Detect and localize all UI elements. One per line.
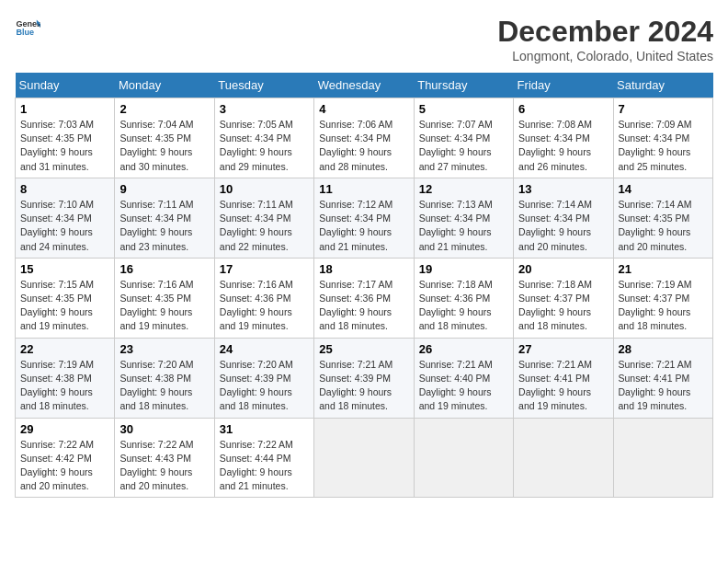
table-cell bbox=[314, 418, 414, 498]
table-cell: 23 Sunrise: 7:20 AMSunset: 4:38 PMDaylig… bbox=[115, 338, 214, 418]
day-number: 20 bbox=[518, 262, 608, 276]
col-sunday: Sunday bbox=[16, 73, 115, 98]
day-number: 5 bbox=[419, 102, 508, 116]
subtitle: Longmont, Colorado, United States bbox=[497, 49, 713, 63]
week-row-3: 15 Sunrise: 7:15 AMSunset: 4:35 PMDaylig… bbox=[16, 258, 713, 338]
table-cell: 24 Sunrise: 7:20 AMSunset: 4:39 PMDaylig… bbox=[214, 338, 313, 418]
table-cell bbox=[613, 418, 712, 498]
table-cell: 7 Sunrise: 7:09 AMSunset: 4:34 PMDayligh… bbox=[613, 98, 712, 178]
table-cell: 25 Sunrise: 7:21 AMSunset: 4:39 PMDaylig… bbox=[314, 338, 414, 418]
day-number: 28 bbox=[619, 342, 708, 356]
day-number: 30 bbox=[119, 422, 209, 436]
day-number: 24 bbox=[220, 342, 309, 356]
day-number: 31 bbox=[220, 422, 309, 436]
day-info: Sunrise: 7:05 AMSunset: 4:34 PMDaylight:… bbox=[220, 119, 293, 172]
day-info: Sunrise: 7:22 AMSunset: 4:42 PMDaylight:… bbox=[20, 439, 94, 492]
day-info: Sunrise: 7:12 AMSunset: 4:34 PMDaylight:… bbox=[319, 199, 392, 252]
day-number: 22 bbox=[20, 342, 109, 356]
day-number: 6 bbox=[518, 102, 608, 116]
header: General Blue December 2024 Longmont, Col… bbox=[15, 15, 713, 63]
day-info: Sunrise: 7:17 AMSunset: 4:36 PMDaylight:… bbox=[319, 279, 392, 332]
col-tuesday: Tuesday bbox=[214, 73, 313, 98]
table-cell: 27 Sunrise: 7:21 AMSunset: 4:41 PMDaylig… bbox=[514, 338, 613, 418]
day-info: Sunrise: 7:11 AMSunset: 4:34 PMDaylight:… bbox=[119, 199, 193, 252]
day-number: 7 bbox=[619, 102, 708, 116]
table-cell: 22 Sunrise: 7:19 AMSunset: 4:38 PMDaylig… bbox=[16, 338, 115, 418]
day-number: 16 bbox=[119, 262, 209, 276]
table-cell: 16 Sunrise: 7:16 AMSunset: 4:35 PMDaylig… bbox=[115, 258, 214, 338]
day-number: 25 bbox=[319, 342, 408, 356]
day-info: Sunrise: 7:21 AMSunset: 4:41 PMDaylight:… bbox=[619, 359, 692, 412]
day-info: Sunrise: 7:14 AMSunset: 4:34 PMDaylight:… bbox=[518, 199, 592, 252]
table-cell: 2 Sunrise: 7:04 AMSunset: 4:35 PMDayligh… bbox=[115, 98, 214, 178]
day-info: Sunrise: 7:03 AMSunset: 4:35 PMDaylight:… bbox=[20, 119, 94, 172]
table-cell: 1 Sunrise: 7:03 AMSunset: 4:35 PMDayligh… bbox=[16, 98, 115, 178]
day-info: Sunrise: 7:21 AMSunset: 4:39 PMDaylight:… bbox=[319, 359, 392, 412]
calendar-header-row: Sunday Monday Tuesday Wednesday Thursday… bbox=[16, 73, 713, 98]
day-number: 9 bbox=[119, 182, 209, 196]
day-info: Sunrise: 7:21 AMSunset: 4:41 PMDaylight:… bbox=[518, 359, 592, 412]
day-info: Sunrise: 7:13 AMSunset: 4:34 PMDaylight:… bbox=[419, 199, 493, 252]
table-cell: 14 Sunrise: 7:14 AMSunset: 4:35 PMDaylig… bbox=[613, 178, 712, 258]
table-cell: 5 Sunrise: 7:07 AMSunset: 4:34 PMDayligh… bbox=[414, 98, 513, 178]
day-number: 23 bbox=[119, 342, 209, 356]
day-info: Sunrise: 7:18 AMSunset: 4:37 PMDaylight:… bbox=[518, 279, 592, 332]
day-info: Sunrise: 7:20 AMSunset: 4:39 PMDaylight:… bbox=[220, 359, 293, 412]
table-cell: 9 Sunrise: 7:11 AMSunset: 4:34 PMDayligh… bbox=[115, 178, 214, 258]
week-row-4: 22 Sunrise: 7:19 AMSunset: 4:38 PMDaylig… bbox=[16, 338, 713, 418]
table-cell: 26 Sunrise: 7:21 AMSunset: 4:40 PMDaylig… bbox=[414, 338, 513, 418]
day-number: 18 bbox=[319, 262, 408, 276]
table-cell: 12 Sunrise: 7:13 AMSunset: 4:34 PMDaylig… bbox=[414, 178, 513, 258]
col-saturday: Saturday bbox=[613, 73, 712, 98]
main-title: December 2024 bbox=[497, 15, 713, 49]
day-info: Sunrise: 7:18 AMSunset: 4:36 PMDaylight:… bbox=[419, 279, 493, 332]
table-cell: 4 Sunrise: 7:06 AMSunset: 4:34 PMDayligh… bbox=[314, 98, 414, 178]
day-info: Sunrise: 7:21 AMSunset: 4:40 PMDaylight:… bbox=[419, 359, 493, 412]
day-info: Sunrise: 7:16 AMSunset: 4:35 PMDaylight:… bbox=[119, 279, 193, 332]
day-number: 27 bbox=[518, 342, 608, 356]
day-number: 14 bbox=[619, 182, 708, 196]
day-number: 3 bbox=[220, 102, 309, 116]
table-cell: 19 Sunrise: 7:18 AMSunset: 4:36 PMDaylig… bbox=[414, 258, 513, 338]
day-number: 4 bbox=[319, 102, 408, 116]
col-monday: Monday bbox=[115, 73, 214, 98]
title-area: December 2024 Longmont, Colorado, United… bbox=[497, 15, 713, 63]
day-number: 21 bbox=[619, 262, 708, 276]
table-cell: 28 Sunrise: 7:21 AMSunset: 4:41 PMDaylig… bbox=[613, 338, 712, 418]
col-wednesday: Wednesday bbox=[314, 73, 414, 98]
table-cell: 30 Sunrise: 7:22 AMSunset: 4:43 PMDaylig… bbox=[115, 418, 214, 498]
day-number: 10 bbox=[220, 182, 309, 196]
col-thursday: Thursday bbox=[414, 73, 513, 98]
day-number: 11 bbox=[319, 182, 408, 196]
week-row-1: 1 Sunrise: 7:03 AMSunset: 4:35 PMDayligh… bbox=[16, 98, 713, 178]
day-number: 29 bbox=[20, 422, 109, 436]
table-cell: 15 Sunrise: 7:15 AMSunset: 4:35 PMDaylig… bbox=[16, 258, 115, 338]
table-cell: 29 Sunrise: 7:22 AMSunset: 4:42 PMDaylig… bbox=[16, 418, 115, 498]
day-info: Sunrise: 7:16 AMSunset: 4:36 PMDaylight:… bbox=[220, 279, 293, 332]
day-number: 1 bbox=[20, 102, 109, 116]
day-info: Sunrise: 7:22 AMSunset: 4:44 PMDaylight:… bbox=[220, 439, 293, 492]
col-friday: Friday bbox=[514, 73, 613, 98]
day-info: Sunrise: 7:20 AMSunset: 4:38 PMDaylight:… bbox=[119, 359, 193, 412]
day-info: Sunrise: 7:19 AMSunset: 4:37 PMDaylight:… bbox=[619, 279, 692, 332]
day-info: Sunrise: 7:09 AMSunset: 4:34 PMDaylight:… bbox=[619, 119, 692, 172]
day-info: Sunrise: 7:22 AMSunset: 4:43 PMDaylight:… bbox=[119, 439, 193, 492]
table-cell: 10 Sunrise: 7:11 AMSunset: 4:34 PMDaylig… bbox=[214, 178, 313, 258]
table-cell: 13 Sunrise: 7:14 AMSunset: 4:34 PMDaylig… bbox=[514, 178, 613, 258]
day-info: Sunrise: 7:11 AMSunset: 4:34 PMDaylight:… bbox=[220, 199, 293, 252]
day-number: 12 bbox=[419, 182, 508, 196]
day-info: Sunrise: 7:07 AMSunset: 4:34 PMDaylight:… bbox=[419, 119, 493, 172]
logo: General Blue bbox=[15, 15, 40, 40]
day-info: Sunrise: 7:19 AMSunset: 4:38 PMDaylight:… bbox=[20, 359, 94, 412]
day-info: Sunrise: 7:14 AMSunset: 4:35 PMDaylight:… bbox=[619, 199, 692, 252]
calendar-table: Sunday Monday Tuesday Wednesday Thursday… bbox=[15, 73, 713, 498]
table-cell: 6 Sunrise: 7:08 AMSunset: 4:34 PMDayligh… bbox=[514, 98, 613, 178]
logo-icon: General Blue bbox=[15, 15, 40, 40]
svg-text:Blue: Blue bbox=[16, 28, 34, 37]
table-cell: 20 Sunrise: 7:18 AMSunset: 4:37 PMDaylig… bbox=[514, 258, 613, 338]
day-info: Sunrise: 7:06 AMSunset: 4:34 PMDaylight:… bbox=[319, 119, 392, 172]
table-cell: 18 Sunrise: 7:17 AMSunset: 4:36 PMDaylig… bbox=[314, 258, 414, 338]
day-number: 13 bbox=[518, 182, 608, 196]
day-number: 15 bbox=[20, 262, 109, 276]
week-row-5: 29 Sunrise: 7:22 AMSunset: 4:42 PMDaylig… bbox=[16, 418, 713, 498]
